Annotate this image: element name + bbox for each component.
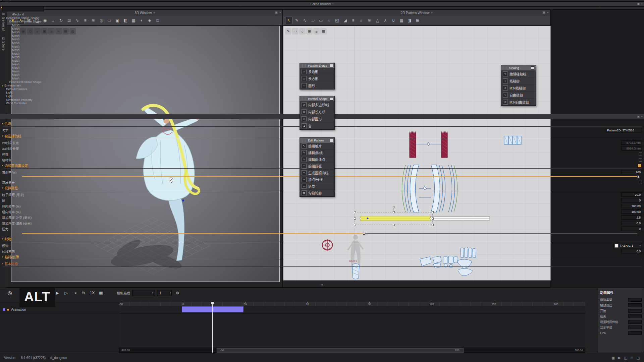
grainline-input[interactable] (621, 249, 642, 253)
double-layer-checkbox[interactable] (639, 181, 642, 184)
simulation-property-input[interactable] (621, 209, 642, 214)
chevron-down-icon[interactable]: ▾ (332, 3, 334, 5)
capture-video-icon[interactable]: ▶ (618, 356, 621, 360)
close-menu-icon[interactable] (531, 66, 534, 70)
animation-property-input[interactable] (628, 298, 642, 302)
loop-button[interactable]: ↻ (80, 290, 87, 296)
menu-tool-item[interactable]: ∿自由缝纫 (501, 92, 536, 99)
simulation-property-input[interactable] (621, 221, 642, 225)
menu-tool-item[interactable]: ≋M:N自由缝纫 (501, 99, 536, 106)
fullscreen-icon[interactable]: ◳ (637, 356, 640, 360)
menu-tool-item[interactable]: ▭长方形 (300, 75, 334, 82)
fusible-tape-checkbox[interactable] (639, 158, 642, 162)
animation-property-input[interactable] (628, 303, 642, 307)
section-fusing[interactable]: ▾粘衬/削薄 (2, 254, 642, 260)
drag-grip-icon[interactable]: ⋮⋮ (301, 139, 307, 142)
quick-edit-icon[interactable]: ✎ (285, 28, 291, 35)
simulation-property-input[interactable] (621, 192, 642, 197)
animation-property-input[interactable] (628, 325, 642, 329)
drag-grip-icon[interactable]: ⋮⋮ (301, 97, 307, 100)
section-basic-info[interactable]: ▾基本信息 (2, 261, 642, 267)
track-record-dot[interactable] (7, 309, 9, 311)
current-frame-input[interactable]: 1 ▴▾ (157, 290, 172, 296)
collapse-timeline-icon[interactable]: ▾ (321, 283, 323, 287)
elastic-checkbox[interactable] (639, 153, 642, 156)
tree-node[interactable]: Mesh (0, 41, 644, 45)
name-input[interactable] (606, 128, 642, 132)
range-handle[interactable] (217, 348, 464, 353)
menu-tool-item[interactable]: ▦勾勒轮廓 (300, 190, 334, 196)
pressure-input[interactable] (621, 227, 642, 231)
menu-tool-item[interactable]: ∿编辑曲线点 (300, 156, 334, 163)
menu-tool-item[interactable]: ↔延展 (300, 183, 334, 190)
animation-property-input[interactable] (628, 314, 642, 318)
menu-tool-item[interactable]: ✎编辑缝纫线 (501, 70, 536, 77)
animation-clip[interactable] (182, 306, 244, 312)
pattern-shape-menu-titlebar[interactable]: ⋮⋮ Pattern Shape (300, 63, 334, 68)
close-panel-icon[interactable]: × (641, 2, 643, 5)
menu-tool-item[interactable]: ▱多边形 (300, 68, 334, 75)
tree-node[interactable]: Mesh (0, 34, 644, 38)
timeline-range-scrollbar[interactable]: -100.00 -30 200 300.00 (119, 348, 585, 353)
animation-property-input[interactable] (628, 309, 642, 313)
tree-node[interactable]: Mesh (0, 48, 644, 52)
capture-image-icon[interactable]: ▣ (611, 356, 615, 360)
animation-track-header[interactable]: Animation (0, 306, 119, 313)
menu-tool-item[interactable]: ◎内部圆形 (300, 115, 334, 122)
tree-node[interactable]: Mesh (0, 52, 644, 56)
section-fabric[interactable]: ▾织物 (2, 236, 642, 242)
menu-tool-item[interactable]: ◢省 (300, 122, 334, 129)
menu-tool-item[interactable]: +加点/分线 (300, 176, 334, 183)
tree-node[interactable]: Mesh (0, 45, 644, 48)
fabric-dropdown[interactable]: FABRIC 1 ▾ (613, 243, 642, 248)
edit-pattern-menu-titlebar[interactable]: ⋮⋮ Edit Pattern (300, 138, 334, 143)
tree-node[interactable]: rFectoral (0, 13, 644, 16)
animation-property-input[interactable] (628, 320, 642, 324)
tree-node[interactable]: Genesis3Female_Shape (0, 16, 644, 20)
menu-tool-item[interactable]: #M:N线缝纫 (501, 84, 536, 92)
internal-shape-menu-titlebar[interactable]: ⋮⋮ Internal Shape (300, 96, 334, 101)
scene-browser-titlebar[interactable]: Scene Browser ▾ ▣ × (0, 1, 644, 7)
menu-tool-item[interactable]: ○圆形 (300, 82, 334, 89)
menu-tool-item[interactable]: ◠编辑圆弧 (300, 163, 334, 170)
close-menu-icon[interactable] (330, 139, 333, 142)
sewing-menu-titlebar[interactable]: ⋮⋮ Sewing (501, 65, 536, 70)
bend-enable-checkbox[interactable] (638, 164, 641, 167)
menu-tool-item[interactable]: ↖编辑板片 (300, 143, 334, 149)
quick-circle-icon[interactable]: ○ (299, 28, 306, 35)
quick-sew-icon[interactable]: ≡ (313, 28, 320, 35)
menu-tool-item[interactable]: ▭内部长方形 (300, 108, 334, 115)
quick-grid-icon[interactable]: ⊞ (306, 28, 313, 35)
float-panel-icon[interactable]: ▣ (637, 115, 640, 118)
quick-mesh-icon[interactable]: ▦ (320, 28, 327, 35)
tree-node[interactable]: Mesh (0, 59, 644, 63)
playhead[interactable] (212, 302, 213, 353)
menu-tool-item[interactable]: ≈生成圆顺曲线 (300, 170, 334, 176)
bend-ratio-input[interactable] (621, 170, 642, 174)
display-mode-button[interactable]: ▦ (97, 290, 105, 296)
close-menu-icon[interactable] (330, 97, 333, 101)
go-to-end-button[interactable]: ⇥ (71, 290, 78, 296)
close-menu-icon[interactable] (330, 64, 333, 67)
timeline-settings-icon[interactable]: ⊛ (174, 290, 181, 296)
menu-tool-item[interactable]: ▱内部多边形/线 (300, 101, 334, 108)
layout-grid-icon[interactable]: ⊞ (630, 356, 633, 360)
menu-tool-item[interactable]: ✎编辑点/线 (300, 149, 334, 156)
scene-search-input[interactable] (2, 7, 44, 11)
record-button[interactable]: ◎ (6, 290, 13, 296)
simulation-property-input[interactable] (621, 198, 642, 202)
tree-node[interactable]: Mesh (0, 55, 644, 59)
quick-rect-icon[interactable]: ▭ (292, 28, 299, 35)
tree-node[interactable]: Genesis3Female Shape (0, 20, 644, 23)
next-frame-button[interactable]: ▷ (62, 290, 70, 296)
layout-split-icon[interactable]: ◫ (624, 356, 627, 360)
simulation-property-input[interactable] (621, 215, 642, 220)
pressure-slider[interactable] (22, 232, 642, 235)
menu-tool-item[interactable]: ≡线缝纫 (501, 77, 536, 84)
simulation-property-input[interactable] (621, 204, 642, 208)
tree-node[interactable]: Mesh (0, 38, 644, 41)
tree-node[interactable]: Light (0, 91, 644, 95)
sim-quality-dropdown[interactable]: ▾ (132, 290, 155, 296)
drag-grip-icon[interactable]: ⋮⋮ (301, 64, 307, 67)
tree-node[interactable]: Mesh (0, 23, 644, 27)
